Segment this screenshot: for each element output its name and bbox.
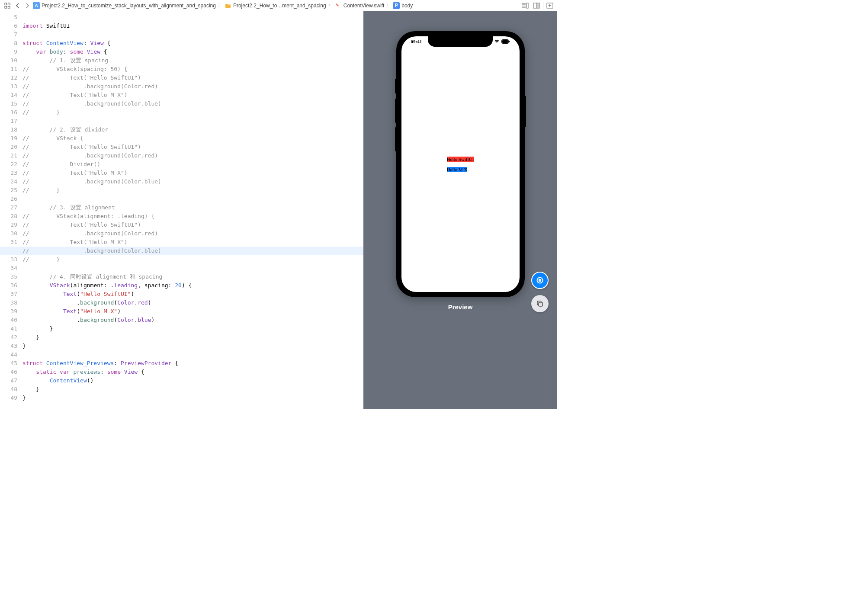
svg-rect-3: [8, 6, 10, 8]
line-number: 38: [0, 298, 17, 307]
code-line[interactable]: // .background(Color.red): [22, 151, 363, 160]
svg-rect-17: [509, 41, 510, 42]
code-line[interactable]: [22, 13, 363, 22]
code-line[interactable]: VStack(alignment: .leading, spacing: 20)…: [22, 281, 363, 290]
code-line[interactable]: .background(Color.red): [22, 298, 363, 307]
editor-toolbar-right: [520, 1, 555, 10]
svg-rect-1: [8, 3, 10, 5]
code-line[interactable]: .background(Color.blue): [22, 316, 363, 324]
code-line[interactable]: // }: [22, 186, 363, 195]
battery-icon: [501, 39, 510, 44]
line-number: 36: [0, 281, 17, 290]
code-line[interactable]: struct ContentView_Previews: PreviewProv…: [22, 359, 363, 368]
source-code[interactable]: import SwiftUIstruct ContentView: View {…: [22, 11, 363, 409]
add-editor-icon[interactable]: [545, 1, 555, 10]
code-line[interactable]: [22, 30, 363, 39]
line-number: 9: [0, 48, 17, 56]
canvas-pane: 09:41 Hello SwiftUI: [363, 11, 557, 409]
code-line[interactable]: }: [22, 394, 363, 402]
line-number: 5: [0, 13, 17, 22]
code-line[interactable]: Text("Hello M X"): [22, 307, 363, 316]
code-line[interactable]: // .background(Color.red): [22, 82, 363, 91]
chevron-right-icon: 〉: [328, 2, 333, 9]
duplicate-preview-button[interactable]: [531, 295, 549, 312]
property-icon: P: [393, 2, 400, 9]
svg-rect-21: [539, 302, 542, 306]
code-line[interactable]: ContentView(): [22, 376, 363, 385]
code-line[interactable]: // .background(Color.blue): [0, 247, 363, 255]
code-line[interactable]: }: [22, 385, 363, 394]
line-number: 42: [0, 333, 17, 342]
code-line[interactable]: [22, 117, 363, 125]
breadcrumb-label: body: [401, 3, 413, 9]
chevron-right-icon: 〉: [386, 2, 391, 9]
related-items-icon[interactable]: [3, 1, 12, 10]
code-line[interactable]: // VStack(spacing: 50) {: [22, 65, 363, 74]
breadcrumb-label: Project2.2_How_to_customize_stack_layout…: [42, 3, 216, 9]
code-line[interactable]: // .background(Color.blue): [22, 177, 363, 186]
code-line[interactable]: // VStack {: [22, 134, 363, 143]
code-line[interactable]: // }: [22, 255, 363, 264]
code-line[interactable]: // .background(Color.red): [22, 229, 363, 238]
code-line[interactable]: // Text("Hello SwiftUI"): [22, 221, 363, 229]
breadcrumb-file[interactable]: ContentView.swift: [335, 2, 385, 9]
code-line[interactable]: // Text("Hello SwiftUI"): [22, 74, 363, 82]
line-number: 41: [0, 324, 17, 333]
svg-rect-2: [5, 6, 7, 8]
code-line[interactable]: }: [22, 324, 363, 333]
source-editor[interactable]: 5678910111213141516171819202122232425262…: [0, 11, 363, 409]
code-line[interactable]: }: [22, 342, 363, 350]
line-number: 21: [0, 151, 17, 160]
code-line[interactable]: static var previews: some View {: [22, 368, 363, 376]
breadcrumb-project[interactable]: Project2.2_How_to_customize_stack_layout…: [33, 2, 216, 9]
code-line[interactable]: [22, 195, 363, 203]
line-number: 29: [0, 221, 17, 229]
code-line[interactable]: Text("Hello SwiftUI"): [22, 290, 363, 298]
code-line[interactable]: // Divider(): [22, 160, 363, 169]
chevron-right-icon: 〉: [218, 2, 223, 9]
breadcrumb: Project2.2_How_to_customize_stack_layout…: [33, 2, 519, 9]
code-line[interactable]: // Text("Hello M X"): [22, 91, 363, 99]
code-line[interactable]: // VStack(alignment: .leading) {: [22, 212, 363, 221]
breadcrumb-symbol[interactable]: P body: [393, 2, 413, 9]
code-line[interactable]: // Text("Hello M X"): [22, 169, 363, 177]
code-line[interactable]: // 2. 设置 divider: [22, 125, 363, 134]
code-line[interactable]: // 1. 设置 spacing: [22, 56, 363, 65]
svg-rect-19: [539, 279, 541, 282]
line-number: 7: [0, 30, 17, 39]
line-number: 20: [0, 143, 17, 151]
svg-rect-11: [537, 3, 539, 8]
code-line[interactable]: var body: some View {: [22, 48, 363, 56]
code-line[interactable]: // }: [22, 108, 363, 117]
line-number: 26: [0, 195, 17, 203]
code-line[interactable]: }: [22, 333, 363, 342]
code-line[interactable]: import SwiftUI: [22, 22, 363, 30]
line-number: 33: [0, 255, 17, 264]
code-line[interactable]: // .background(Color.blue): [22, 99, 363, 108]
code-line[interactable]: // Text("Hello SwiftUI"): [22, 143, 363, 151]
notch: [428, 36, 493, 47]
breadcrumb-label: ContentView.swift: [343, 3, 385, 9]
line-number: 37: [0, 290, 17, 298]
minimap-icon[interactable]: [520, 1, 530, 10]
code-line[interactable]: // 4. 同时设置 alignment 和 spacing: [22, 273, 363, 281]
xcodeproj-icon: [33, 2, 40, 9]
line-number: 45: [0, 359, 17, 368]
preview-content: Hello SwiftUI Hello M X: [401, 36, 520, 292]
nav-back-icon[interactable]: [14, 2, 22, 10]
line-number: 35: [0, 273, 17, 281]
code-line[interactable]: // 3. 设置 alignment: [22, 203, 363, 212]
breadcrumb-folder[interactable]: Project2.2_How_to…ment_and_spacing: [225, 2, 326, 9]
live-preview-button[interactable]: [531, 272, 549, 289]
editor-options-icon[interactable]: [532, 1, 541, 10]
line-number: 44: [0, 350, 17, 359]
code-line[interactable]: struct ContentView: View {: [22, 39, 363, 48]
line-number: 22: [0, 160, 17, 169]
code-line[interactable]: [22, 350, 363, 359]
code-line[interactable]: [22, 264, 363, 273]
editor-breadcrumb-bar: Project2.2_How_to_customize_stack_layout…: [0, 0, 557, 11]
nav-forward-icon[interactable]: [23, 2, 31, 10]
code-line[interactable]: // Text("Hello M X"): [22, 238, 363, 247]
line-gutter: 5678910111213141516171819202122232425262…: [0, 11, 22, 409]
preview-label: Preview: [448, 303, 473, 311]
